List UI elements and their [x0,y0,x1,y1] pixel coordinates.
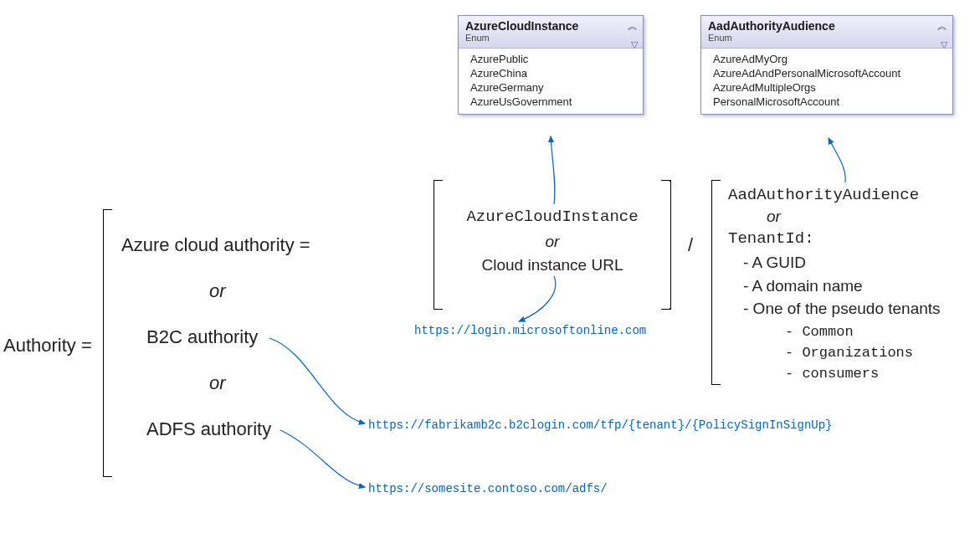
enum-item: AzurePublic [470,52,643,66]
pseudo-common: Common [785,322,941,343]
bracket-cloud-right-bot [661,308,670,310]
cloud-instance-url-label: Cloud instance URL [452,256,653,274]
collapse-icon: ︽ [937,19,947,33]
tenant-id-options: A GUID A domain name One of the pseudo t… [743,249,941,387]
enum-item: AzureAdMyOrg [713,52,952,66]
enum-panel-azure-cloud-instance: AzureCloudInstance Enum ︽ ▽ AzurePublic … [458,15,644,115]
tenant-opt-pseudo: One of the pseudo tenants [743,297,941,321]
enum-body: AzurePublic AzureChina AzureGermany Azur… [459,49,643,114]
tenant-opt-guid: A GUID [743,251,941,274]
enum-item: AzureGermany [470,80,643,95]
enum-item: AzureAdMultipleOrgs [713,80,952,95]
collapse-icon: ︽ [628,19,638,33]
opt-or1: or [209,280,226,302]
pseudo-organizations: Organizations [785,343,941,364]
tenant-id-label: TenantId: [728,229,814,248]
audience-or: or [767,208,781,226]
bracket-cloud-left-bot [434,308,443,310]
enum-title: AadAuthorityAudience [708,19,946,33]
enum-item: AzureChina [470,66,643,80]
bracket-cloud-right [670,180,671,310]
pseudo-consumers: consumers [785,364,941,385]
enum-kind: Enum [465,33,636,43]
bracket-cloud-left [434,180,435,310]
enum-panel-aad-authority-audience: AadAuthorityAudience Enum ︽ ▽ AzureAdMyO… [700,15,953,115]
enum-item: PersonalMicrosoftAccount [713,95,952,109]
path-separator: / [688,234,693,256]
enum-title: AzureCloudInstance [465,19,636,33]
audience-enum-label: AadAuthorityAudience [728,186,919,204]
opt-or2: or [209,372,226,394]
bracket-aud-bot [711,383,721,385]
cloud-instance-enum-label: AzureCloudInstance [452,208,653,226]
enum-body: AzureAdMyOrg AzureAdAndPersonalMicrosoft… [701,49,952,114]
bracket-main-bot [103,475,112,477]
opt-azure-cloud: Azure cloud authority = [121,234,310,256]
enum-kind: Enum [708,33,946,43]
opt-adfs: ADFS authority [146,418,271,440]
enum-header: AadAuthorityAudience Enum ︽ ▽ [701,16,952,49]
tenant-opt-domain: A domain name [743,274,941,298]
url-adfs: https://somesite.contoso.com/adfs/ [368,482,608,495]
filter-icon: ▽ [941,39,947,50]
filter-icon: ▽ [631,39,638,50]
cloud-instance-or: or [452,233,653,251]
enum-header: AzureCloudInstance Enum ︽ ▽ [459,16,643,49]
bracket-main-side [103,209,105,477]
bracket-aud [711,180,713,385]
enum-item: AzureUsGovernment [470,95,643,109]
enum-item: AzureAdAndPersonalMicrosoftAccount [713,66,952,80]
opt-b2c: B2C authority [146,326,258,348]
url-b2c: https://fabrikamb2c.b2clogin.com/tfp/{te… [368,418,833,432]
url-login: https://login.microsoftonline.com [414,324,646,337]
root-label: Authority = [3,335,92,357]
